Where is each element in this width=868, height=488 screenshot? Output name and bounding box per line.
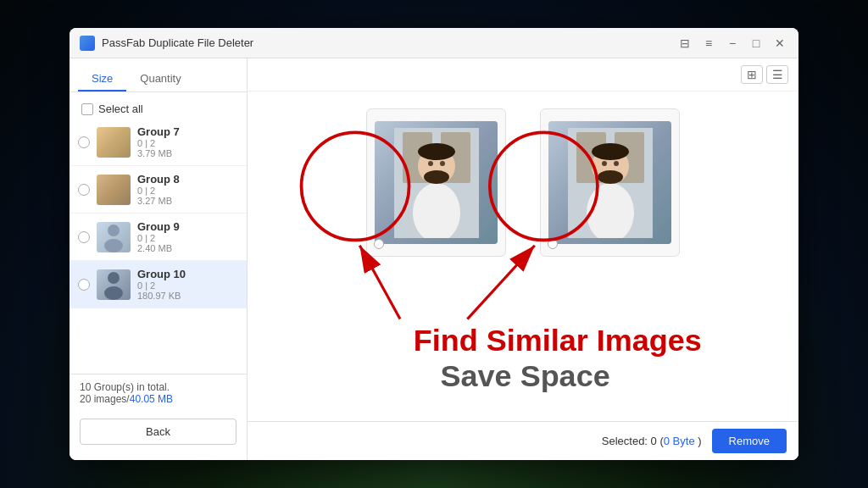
- title-bar: PassFab Duplicate File Deleter ⊟ ≡ − □ ✕: [70, 28, 798, 58]
- app-icon: [80, 36, 95, 51]
- selected-info: Selected: 0 (0 Byte ): [602, 435, 702, 447]
- close-button[interactable]: ✕: [771, 35, 788, 52]
- select-all-label: Select all: [98, 103, 143, 115]
- group-count: 0 | 2: [137, 138, 180, 148]
- group-info: Group 10 0 | 2 180.97 KB: [137, 268, 186, 301]
- svg-point-12: [424, 170, 449, 184]
- group-name: Group 7: [137, 125, 180, 138]
- list-item[interactable]: Group 7 0 | 2 3.79 MB: [70, 119, 247, 166]
- group-count: 0 | 2: [137, 186, 180, 196]
- image-card-radio[interactable]: [374, 239, 384, 249]
- image-card-inner: [375, 121, 498, 244]
- title-bar-controls: ⊟ ≡ − □ ✕: [676, 35, 788, 52]
- maximize-button[interactable]: □: [748, 35, 765, 52]
- svg-text:Find Similar Images: Find Similar Images: [414, 323, 702, 358]
- tab-quantity[interactable]: Quantity: [126, 67, 194, 92]
- svg-point-18: [602, 161, 607, 166]
- image-display: Find Similar Images Save Space: [248, 92, 798, 421]
- svg-point-3: [104, 286, 123, 300]
- back-button-row: Back: [70, 412, 247, 452]
- group-thumbnail: [97, 269, 131, 300]
- group-name: Group 10: [137, 268, 186, 280]
- minimize-button[interactable]: −: [724, 35, 741, 52]
- group-size: 3.79 MB: [137, 148, 180, 158]
- select-all-row[interactable]: Select all: [70, 99, 247, 119]
- group-size: 3.27 MB: [137, 196, 180, 206]
- group-info: Group 9 0 | 2 2.40 MB: [137, 220, 180, 253]
- svg-point-1: [104, 239, 123, 252]
- image-card-inner: [548, 121, 671, 244]
- back-button[interactable]: Back: [80, 419, 236, 445]
- title-bar-left: PassFab Duplicate File Deleter: [80, 36, 253, 51]
- svg-point-0: [108, 225, 120, 236]
- group-count: 0 | 2: [137, 233, 180, 243]
- content-area: ⊞ ☰: [248, 58, 798, 460]
- monitor-button[interactable]: ⊟: [676, 35, 693, 52]
- tab-size[interactable]: Size: [78, 67, 126, 92]
- app-window: PassFab Duplicate File Deleter ⊟ ≡ − □ ✕…: [70, 28, 798, 460]
- image-card[interactable]: [540, 108, 680, 257]
- menu-button[interactable]: ≡: [700, 35, 717, 52]
- svg-point-11: [418, 143, 455, 160]
- group-list: Group 7 0 | 2 3.79 MB Group 8 0 | 2 3.27…: [70, 119, 247, 374]
- select-all-checkbox[interactable]: [81, 103, 93, 115]
- overlay-svg: Find Similar Images Save Space: [248, 92, 798, 421]
- svg-point-9: [428, 161, 433, 166]
- sidebar-footer: 10 Group(s) in total. 20 images/40.05 MB: [70, 374, 247, 412]
- group-thumbnail: [97, 175, 131, 205]
- svg-point-19: [614, 161, 619, 166]
- list-item[interactable]: Group 9 0 | 2 2.40 MB: [70, 214, 247, 261]
- list-view-button[interactable]: ☰: [766, 65, 788, 84]
- group-size: 2.40 MB: [137, 243, 180, 253]
- group-count: 0 | 2: [137, 280, 186, 291]
- image-card[interactable]: [366, 108, 506, 257]
- group-name: Group 9: [137, 220, 180, 233]
- list-item[interactable]: Group 8 0 | 2 3.27 MB: [70, 166, 247, 214]
- app-title: PassFab Duplicate File Deleter: [102, 36, 253, 49]
- group-name: Group 8: [137, 173, 180, 186]
- group-thumbnail: [97, 222, 131, 252]
- group-info: Group 7 0 | 2 3.79 MB: [137, 125, 180, 158]
- svg-point-10: [440, 161, 445, 166]
- image-card-radio[interactable]: [548, 239, 558, 249]
- images-info: 20 images/40.05 MB: [80, 393, 236, 405]
- group-size: 180.97 KB: [137, 291, 186, 301]
- svg-point-2: [108, 272, 120, 284]
- sidebar-tabs: Size Quantity: [70, 67, 247, 92]
- svg-point-21: [598, 170, 623, 184]
- group-info: Group 8 0 | 2 3.27 MB: [137, 173, 180, 206]
- group-radio[interactable]: [78, 184, 90, 196]
- list-item[interactable]: Group 10 0 | 2 180.97 KB: [70, 261, 247, 308]
- svg-point-20: [592, 143, 629, 160]
- content-toolbar: ⊞ ☰: [248, 58, 798, 92]
- total-groups-label: 10 Group(s) in total.: [80, 381, 236, 393]
- content-footer: Selected: 0 (0 Byte ) Remove: [248, 421, 798, 460]
- main-content: Size Quantity Select all Group 7: [70, 58, 798, 460]
- group-thumbnail: [97, 127, 131, 158]
- group-radio[interactable]: [78, 279, 90, 291]
- group-radio[interactable]: [78, 231, 90, 243]
- svg-text:Save Space: Save Space: [441, 358, 610, 393]
- grid-view-button[interactable]: ⊞: [741, 65, 763, 84]
- remove-button[interactable]: Remove: [712, 429, 787, 453]
- sidebar: Size Quantity Select all Group 7: [70, 58, 248, 460]
- group-radio[interactable]: [78, 136, 90, 148]
